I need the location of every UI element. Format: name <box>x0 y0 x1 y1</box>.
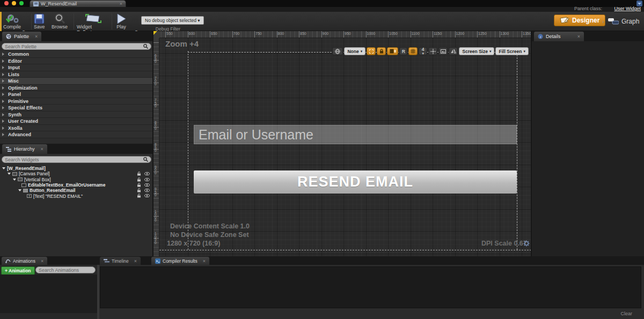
minimize-window-icon[interactable] <box>12 1 16 5</box>
debug-object-dropdown[interactable]: No debug object selected ▾ <box>141 16 204 25</box>
preview-editabletextbox[interactable]: Email or Username <box>194 125 517 144</box>
animations-search-input[interactable] <box>39 268 101 273</box>
palette-category-primitive[interactable]: Primitive <box>0 98 153 105</box>
animations-tab-close-icon[interactable]: × <box>41 258 43 264</box>
tab-animations[interactable]: Animations × <box>1 256 48 265</box>
palette-category-editor[interactable]: Editor <box>0 58 153 65</box>
add-animation-button[interactable]: + Animation <box>1 266 35 275</box>
palette-category-special-effects[interactable]: Special Effects <box>0 105 153 112</box>
respect-locks-button[interactable]: R <box>399 47 407 55</box>
details-tab-close-icon[interactable]: × <box>577 34 580 39</box>
palette-category-optimization[interactable]: Optimization <box>0 85 153 92</box>
tab-hierarchy[interactable]: Hierarchy × <box>2 144 48 154</box>
palette-search[interactable] <box>2 43 151 50</box>
palette-category-user-created[interactable]: User Created <box>0 118 153 125</box>
tree-item-vertical-box[interactable]: [Vertical Box] <box>0 177 153 182</box>
screen-size-dropdown[interactable]: Screen Size▾ <box>459 47 494 55</box>
compile-button[interactable]: Compile <box>3 13 21 29</box>
visibility-eye-icon[interactable] <box>144 177 150 182</box>
parent-class-link[interactable]: User Widget <box>614 6 641 11</box>
asset-tab[interactable]: W_ResendEmail × <box>30 0 126 7</box>
expander-icon[interactable] <box>2 93 4 96</box>
toggle-clipping-button[interactable] <box>387 47 398 55</box>
widget-anchors-button[interactable] <box>428 47 437 55</box>
expander-icon[interactable] <box>2 113 4 116</box>
expander-icon[interactable] <box>2 167 5 169</box>
expander-icon[interactable] <box>2 120 4 123</box>
expander-icon[interactable] <box>18 189 21 191</box>
lock-icon[interactable] <box>137 177 141 182</box>
visibility-eye-icon[interactable] <box>144 194 150 198</box>
lock-icon[interactable] <box>137 188 141 192</box>
palette-tab-close-icon[interactable]: × <box>35 34 38 39</box>
tab-details[interactable]: i Details × <box>533 31 584 41</box>
tab-timeline[interactable]: Timeline × <box>99 256 141 265</box>
visibility-eye-icon[interactable] <box>144 188 150 192</box>
graph-mode-button[interactable]: Graph <box>608 17 639 25</box>
visibility-eye-icon[interactable] <box>144 172 150 176</box>
expander-icon[interactable] <box>2 66 4 69</box>
palette-category-input[interactable]: Input <box>0 64 153 71</box>
palette-category-advanced[interactable]: Advanced <box>0 131 153 138</box>
grid-snapping-button[interactable] <box>408 47 418 55</box>
info-icon: i <box>538 34 543 39</box>
dpi-settings-gear-icon[interactable] <box>523 240 530 247</box>
palette-category-xsolla[interactable]: Xsolla <box>0 125 153 132</box>
canvas-surface[interactable]: Zoom +4 Email or Username RESEND EMAIL D… <box>159 38 531 256</box>
save-button[interactable]: Save <box>34 13 45 29</box>
toggle-outlines-button[interactable] <box>367 47 376 55</box>
close-window-icon[interactable] <box>4 1 9 5</box>
preview-resend-button[interactable]: RESEND EMAIL <box>194 170 517 194</box>
expander-icon[interactable] <box>2 73 4 76</box>
hierarchy-search-input[interactable] <box>5 157 143 162</box>
clear-log-button[interactable]: Clear <box>620 311 632 316</box>
animations-search[interactable] <box>35 266 96 273</box>
lock-icon[interactable] <box>137 183 141 187</box>
expander-icon[interactable] <box>2 127 4 130</box>
visibility-eye-icon[interactable] <box>144 183 150 187</box>
maximize-window-icon[interactable] <box>19 1 24 5</box>
palette-category-panel[interactable]: Panel <box>0 91 153 98</box>
expander-icon[interactable] <box>2 106 4 109</box>
tree-item-button-resendemail[interactable]: Button_ResendEmail <box>0 188 153 193</box>
expander-icon[interactable] <box>2 79 4 83</box>
expander-icon[interactable] <box>2 133 4 136</box>
animations-list[interactable] <box>0 275 97 313</box>
compiler-results-tab-close-icon[interactable]: × <box>203 258 206 264</box>
compiler-output-area[interactable] <box>100 266 641 308</box>
preview-background-button[interactable] <box>438 47 448 55</box>
animation-curve-icon <box>5 258 11 263</box>
fill-screen-dropdown[interactable]: Fill Screen▾ <box>495 47 529 55</box>
play-button[interactable]: Play <box>116 13 127 29</box>
palette-search-input[interactable] <box>5 44 143 49</box>
expander-icon[interactable] <box>2 100 4 103</box>
designer-mode-button[interactable]: Designer <box>554 14 605 26</box>
tree-item-text-resend-email[interactable]: T [Text] "RESEND EMAIL" <box>0 193 153 198</box>
tree-item-canvas-panel[interactable]: [Canvas Panel] <box>0 171 153 176</box>
lock-icon[interactable] <box>137 194 141 198</box>
hierarchy-search[interactable] <box>2 156 151 163</box>
lock-widgets-button[interactable] <box>377 47 386 55</box>
browse-button[interactable]: Browse <box>52 13 68 29</box>
expander-icon[interactable] <box>2 60 4 63</box>
tab-palette[interactable]: Palette × <box>2 31 42 41</box>
expander-icon[interactable] <box>2 86 4 90</box>
timeline-tab-close-icon[interactable]: × <box>134 258 137 264</box>
tree-item-editabletextbox[interactable]: EditableTextBox_EmailOrUsername <box>0 182 153 188</box>
palette-category-lists[interactable]: Lists <box>0 71 153 78</box>
tab-compiler-results[interactable]: Compiler Results × <box>151 256 210 265</box>
tree-item-root[interactable]: [W_ResendEmail] <box>0 166 153 171</box>
localization-dropdown[interactable]: None▾ <box>344 47 365 55</box>
grid-snap-size-dropdown[interactable]: 4▾ <box>419 47 427 55</box>
expander-icon[interactable] <box>13 179 16 181</box>
hierarchy-tab-close-icon[interactable]: × <box>41 146 43 152</box>
expander-icon[interactable] <box>2 53 4 56</box>
asset-tab-close-icon[interactable]: × <box>120 1 122 6</box>
palette-category-synth[interactable]: Synth <box>0 112 153 118</box>
lock-icon[interactable] <box>137 172 141 176</box>
palette-category-common[interactable]: Common <box>0 51 153 58</box>
expander-icon[interactable] <box>8 173 11 175</box>
localization-preview-button[interactable] <box>332 47 343 55</box>
palette-category-misc[interactable]: Misc <box>0 78 153 85</box>
flip-preview-button[interactable] <box>449 47 458 55</box>
